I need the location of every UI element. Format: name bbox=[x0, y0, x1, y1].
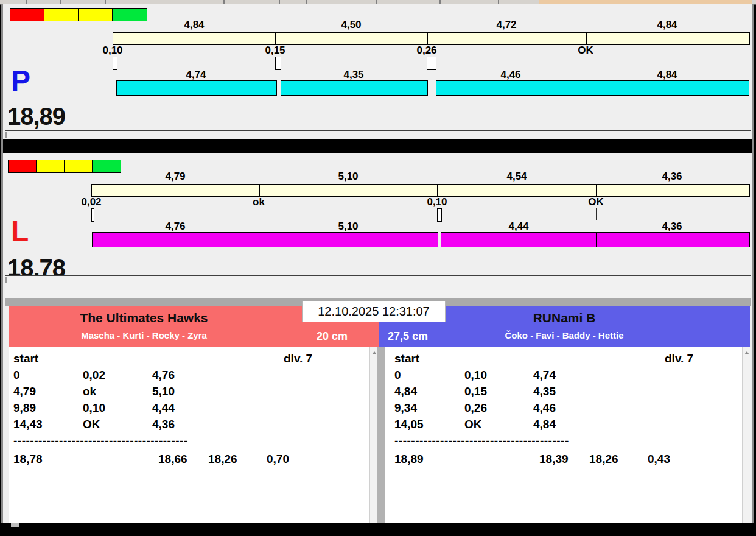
division-label: div. 7 bbox=[284, 352, 312, 365]
strip-tick bbox=[5, 277, 7, 283]
toolbar-separator bbox=[279, 0, 280, 4]
result-cell: 0 bbox=[13, 368, 20, 382]
dog-time-label: 5,10 bbox=[321, 220, 376, 233]
total-cell: 0,43 bbox=[648, 453, 670, 466]
result-cell: 0 bbox=[394, 368, 401, 382]
interval-bar-divider bbox=[596, 185, 597, 196]
interval-bar-divider bbox=[275, 33, 276, 44]
result-cell: 0,15 bbox=[464, 385, 487, 398]
status-light bbox=[36, 160, 65, 173]
result-cell: OK bbox=[464, 418, 482, 431]
status-light bbox=[78, 8, 113, 21]
pass-gap-label: 0,10 bbox=[85, 44, 140, 57]
toolbar-separator bbox=[26, 0, 27, 4]
team-left-result-list[interactable]: startdiv. 700,024,764,79ok5,109,890,104,… bbox=[9, 347, 369, 523]
datetime-text: 12.10.2025 12:31:07 bbox=[318, 305, 430, 319]
bottom-bar-tick bbox=[11, 523, 19, 527]
dog-time-label: 4,74 bbox=[169, 69, 223, 81]
total-cell: 18,39 bbox=[539, 453, 569, 466]
dog-time-label: 4,84 bbox=[640, 69, 695, 81]
lane-P-total-time: 18,89 bbox=[7, 104, 65, 129]
pass-gap-label: 0,02 bbox=[64, 196, 119, 208]
scroll-up-icon[interactable] bbox=[744, 351, 749, 354]
total-cell: 18,26 bbox=[589, 453, 618, 466]
dog-time-label: 4,36 bbox=[645, 220, 699, 233]
toolbar-panel bbox=[539, 0, 752, 4]
dog-time-bar-segment bbox=[441, 232, 597, 247]
interval-time-label: 4,54 bbox=[489, 171, 544, 183]
status-light bbox=[112, 8, 147, 21]
bottom-bar bbox=[0, 523, 756, 536]
interval-time-label: 4,72 bbox=[479, 19, 534, 31]
dog-time-bar-segment bbox=[259, 232, 438, 247]
result-cell: 4,74 bbox=[533, 368, 556, 382]
dog-time-bar-segment bbox=[586, 80, 749, 96]
total-cell: 18,89 bbox=[394, 453, 424, 466]
toolbar-separator bbox=[376, 0, 377, 4]
interval-bar-divider bbox=[427, 33, 428, 44]
toolbar-separator bbox=[498, 0, 499, 4]
interval-time-label: 4,79 bbox=[148, 171, 203, 183]
scrollbar-right[interactable] bbox=[742, 347, 751, 523]
division-label: div. 7 bbox=[665, 352, 693, 365]
toolbar-separator bbox=[439, 0, 441, 4]
interval-bar-divider bbox=[437, 185, 438, 196]
dog-time-bar-segment bbox=[116, 80, 277, 96]
lane-L-letter: L bbox=[11, 217, 29, 246]
interval-time-label: 4,36 bbox=[645, 171, 699, 183]
result-cell: 9,89 bbox=[13, 401, 36, 415]
interval-bar bbox=[91, 184, 750, 197]
result-cell: 4,46 bbox=[533, 401, 556, 415]
start-label: start bbox=[394, 352, 419, 365]
pass-gap-marker bbox=[113, 57, 117, 70]
scrollbar-left[interactable] bbox=[369, 347, 378, 523]
toolbar-separator bbox=[105, 0, 106, 4]
strip-tick bbox=[5, 132, 7, 138]
result-cell: 4,44 bbox=[152, 401, 175, 415]
team-right-result-list[interactable]: startdiv. 700,104,744,840,154,359,340,26… bbox=[385, 347, 742, 523]
totals-separator: ----------------------------------------… bbox=[13, 434, 191, 448]
result-cell: 14,05 bbox=[394, 418, 424, 431]
dog-time-bar-segment bbox=[92, 232, 259, 247]
pass-gap-label: OK bbox=[569, 196, 623, 208]
team-right-jump-height: 27,5 cm bbox=[388, 330, 428, 343]
result-cell: 0,02 bbox=[83, 368, 105, 382]
pass-ok-marker bbox=[596, 208, 597, 220]
total-cell: 18,78 bbox=[13, 453, 43, 466]
totals-separator: ----------------------------------------… bbox=[394, 434, 572, 448]
dog-time-bar-segment bbox=[281, 80, 428, 96]
status-light bbox=[64, 160, 93, 173]
result-cell: 0,26 bbox=[464, 401, 487, 415]
status-strip-L bbox=[5, 275, 751, 298]
panel-divider bbox=[377, 347, 385, 523]
interval-time-label: 4,50 bbox=[324, 19, 379, 31]
toolbar-separator bbox=[223, 0, 225, 4]
lane-P-letter: P bbox=[11, 66, 30, 96]
pass-gap-marker bbox=[427, 57, 436, 70]
scroll-up-icon[interactable] bbox=[372, 351, 377, 354]
dog-time-label: 4,44 bbox=[491, 220, 546, 233]
pass-gap-label: 0,15 bbox=[248, 44, 303, 57]
interval-time-label: 4,84 bbox=[640, 19, 695, 31]
result-cell: 9,34 bbox=[394, 401, 417, 415]
team-right-dogs: Čoko - Favi - Baddy - Hettie bbox=[379, 330, 750, 340]
result-cell: 4,76 bbox=[152, 368, 175, 382]
pass-gap-label: 0,26 bbox=[399, 44, 454, 57]
dog-time-bar-segment bbox=[436, 80, 587, 96]
datetime-display: 12.10.2025 12:31:07 bbox=[302, 301, 446, 322]
result-cell: 5,10 bbox=[152, 385, 175, 398]
pass-gap-marker bbox=[437, 208, 442, 222]
dog-time-label: 4,76 bbox=[148, 220, 203, 233]
result-cell: 0,10 bbox=[83, 401, 105, 415]
app-window: P 18,89 4,844,504,724,840,100,150,26OK4,… bbox=[0, 0, 756, 536]
status-light bbox=[8, 160, 37, 173]
pass-gap-label: 0,10 bbox=[410, 196, 464, 208]
pass-gap-marker bbox=[275, 57, 281, 70]
interval-bar-divider bbox=[586, 33, 587, 44]
interval-time-label: 4,84 bbox=[167, 19, 222, 31]
team-left-name: The Ultimates Hawks bbox=[9, 311, 279, 325]
total-cell: 18,26 bbox=[208, 453, 237, 466]
interval-bar bbox=[113, 32, 750, 45]
result-cell: 4,84 bbox=[394, 385, 417, 398]
lane-L-section: L 18,78 4,795,104,544,360,02ok0,10OK4,76… bbox=[5, 153, 751, 276]
